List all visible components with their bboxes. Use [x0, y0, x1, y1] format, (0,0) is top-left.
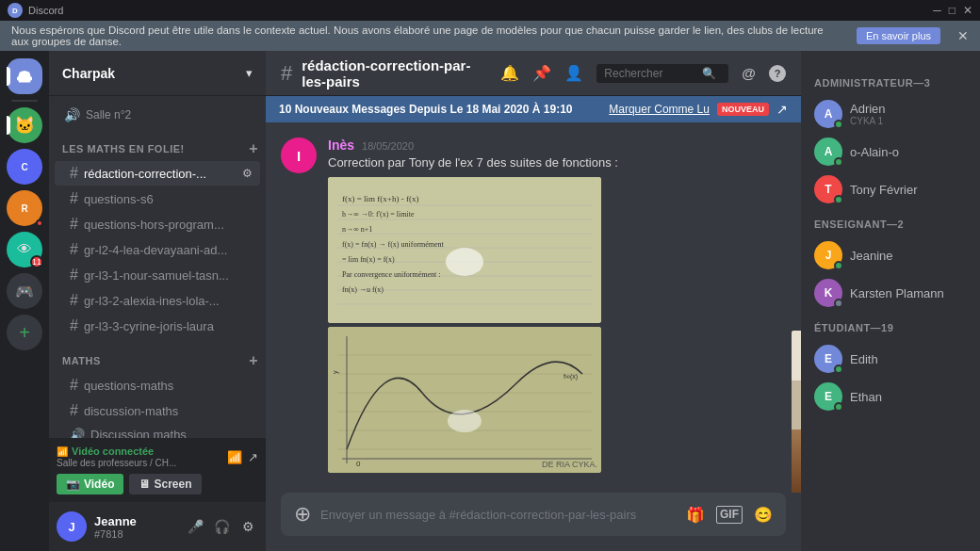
user-avatar: J: [57, 511, 87, 542]
member-status-ethan: [834, 402, 843, 412]
member-name-jeanine: Jeanine: [850, 249, 893, 263]
video-buttons-container: 📷 Vidéo 🖥 Screen: [57, 474, 258, 494]
search-bar: 🔍: [596, 64, 728, 83]
voice-signal-icon[interactable]: 📶: [227, 450, 242, 464]
hash-icon-9: #: [70, 402, 78, 419]
mute-button[interactable]: 🎤: [185, 516, 205, 537]
server-list: 🐱 C R 👁 11 🎮 +: [0, 51, 49, 551]
member-ethan[interactable]: E Ethan: [808, 379, 972, 414]
members-icon[interactable]: 👤: [564, 64, 583, 82]
maths-category-add-icon[interactable]: +: [249, 352, 258, 369]
channel-name-salle2: Salle n°2: [86, 108, 131, 122]
channel-item-gr-l3-2[interactable]: # gr-l3-2-alexia-ines-lola-...: [55, 288, 260, 313]
member-status-adrien: [834, 120, 843, 129]
channel-item-questions-s6[interactable]: # questions-s6: [55, 186, 260, 211]
member-alain[interactable]: A o-Alain-o: [808, 134, 972, 170]
user-settings-button[interactable]: ⚙: [237, 516, 258, 537]
category-maths[interactable]: MATHS +: [49, 339, 266, 373]
maximize-btn[interactable]: □: [949, 4, 956, 17]
channel-name-gr-l2: gr-l2-4-lea-devayaani-ad...: [84, 243, 253, 257]
app-title: Discord: [28, 5, 63, 16]
video-button[interactable]: 📷 Vidéo: [57, 474, 123, 494]
screen-btn-label: Screen: [154, 478, 191, 491]
titlebar-controls: ─ □ ✕: [933, 4, 972, 17]
emoji-icon[interactable]: 😊: [754, 506, 773, 524]
channel-item-gr-l3-3[interactable]: # gr-l3-3-cyrine-joris-laura: [55, 314, 260, 338]
deafen-button[interactable]: 🎧: [211, 516, 232, 537]
admin-category-label: ADMINISTRATEUR—3: [808, 77, 972, 89]
member-name-ethan: Ethan: [850, 390, 882, 404]
close-btn[interactable]: ✕: [963, 4, 972, 17]
svg-text:= lim fn(x) = f(x): = lim fn(x) = f(x): [342, 255, 395, 264]
message-image-1: f(x) = lim f(x+h) - f(x) h→∞ →0: f'(x) =…: [328, 177, 601, 323]
svg-text:n→∞    n+1: n→∞ n+1: [342, 225, 372, 234]
member-karsten[interactable]: K Karsten Plamann: [808, 275, 972, 311]
member-edith[interactable]: E Edith: [808, 341, 972, 377]
banner-text: Nous espérons que Discord peut être util…: [11, 24, 841, 47]
message-images: f(x) = lim f(x+h) - f(x) h→∞ →0: f'(x) =…: [328, 177, 786, 473]
screen-button[interactable]: 🖥 Screen: [129, 474, 201, 494]
message-icons: 🎁 GIF 😊: [686, 506, 773, 524]
channel-name-redaction: rédaction-correction-...: [84, 167, 237, 181]
channel-header-name: rédaction-correction-par-les-pairs: [302, 57, 491, 89]
server-icon-2[interactable]: C: [7, 149, 42, 185]
settings-icon[interactable]: ⚙: [242, 167, 253, 180]
add-server-button[interactable]: +: [7, 315, 42, 350]
connected-status: 📶 Vidéo connectée: [57, 446, 176, 457]
user-discriminator: #7818: [94, 528, 177, 540]
channel-item-gr-l3-1[interactable]: # gr-l3-1-nour-samuel-tasn...: [55, 263, 260, 287]
channel-item-salle-2[interactable]: 🔊 Salle n°2: [55, 104, 260, 126]
hash-icon-2: #: [70, 190, 78, 207]
message-image-2: 0 f∞(x) y DE RIA CYKA.: [328, 327, 601, 473]
banner-link-button[interactable]: En savoir plus: [857, 27, 940, 44]
member-avatar-alain: A: [814, 138, 842, 166]
svg-text:f∞(x): f∞(x): [564, 373, 578, 381]
message-content: Inès 18/05/2020 Correction par Tony de l…: [328, 138, 786, 473]
jump-icon[interactable]: ↗: [776, 102, 788, 117]
message-input-box: ⊕ 🎁 GIF 😊: [281, 493, 786, 536]
channel-item-voice-discussion[interactable]: 🔊 Discussion maths: [55, 424, 260, 438]
channel-item-questions-maths[interactable]: # questions-maths: [55, 373, 260, 397]
member-status-alain: [834, 157, 843, 167]
help-icon[interactable]: ?: [769, 65, 786, 82]
channel-item-questions-hors[interactable]: # questions-hors-program...: [55, 212, 260, 236]
banner-close-icon[interactable]: ✕: [957, 28, 969, 43]
member-status-karsten: [834, 299, 843, 308]
voice-expand-icon[interactable]: ↗: [248, 450, 258, 464]
username: Jeanne: [94, 514, 177, 528]
messages-area: I Inès 18/05/2020 Correction par Tony de…: [266, 122, 801, 493]
channel-item-redaction[interactable]: # rédaction-correction-... ⚙: [55, 161, 260, 186]
member-adrien[interactable]: A Adrien CYKA 1: [808, 96, 972, 132]
server-header[interactable]: Charpak ▾: [49, 51, 266, 96]
attach-icon[interactable]: ⊕: [294, 502, 311, 527]
channel-item-discussion-maths[interactable]: # discussion-maths: [55, 398, 260, 423]
pin-icon[interactable]: 📌: [532, 64, 551, 82]
gif-icon[interactable]: GIF: [716, 506, 743, 524]
gift-icon[interactable]: 🎁: [686, 506, 705, 524]
mark-read-button[interactable]: Marquer Comme Lu: [609, 103, 710, 116]
server-icon-1[interactable]: 🐱: [7, 107, 42, 143]
member-status-tony: [834, 195, 843, 204]
search-input[interactable]: [604, 67, 698, 80]
member-name-adrien: Adrien: [850, 102, 967, 116]
message-input[interactable]: [320, 508, 677, 522]
member-name-tony: Tony Février: [850, 183, 918, 197]
at-icon[interactable]: @: [742, 65, 756, 81]
channel-header: # rédaction-correction-par-les-pairs 🔔 📌…: [266, 51, 801, 96]
message-timestamp: 18/05/2020: [362, 140, 414, 152]
message-header: Inès 18/05/2020: [328, 138, 786, 153]
channel-item-gr-l2[interactable]: # gr-l2-4-lea-devayaani-ad...: [55, 237, 260, 262]
category-maths-folie[interactable]: LES MATHS EN FOLIE! +: [49, 127, 266, 161]
channel-name-discussion-maths: discussion-maths: [84, 404, 253, 418]
new-messages-text: 10 Nouveaux Messages Depuis Le 18 Mai 20…: [279, 103, 573, 116]
server-icon-5[interactable]: 🎮: [7, 273, 42, 309]
member-tony[interactable]: T Tony Février: [808, 171, 972, 207]
server-icon-home[interactable]: [7, 58, 42, 94]
notification-icon[interactable]: 🔔: [500, 64, 519, 82]
screen-icon: 🖥: [139, 478, 150, 491]
category-add-icon[interactable]: +: [249, 140, 258, 157]
member-jeanine[interactable]: J Jeanine: [808, 237, 972, 273]
hash-icon: #: [70, 165, 78, 182]
channel-list: 🔊 Salle n°2 LES MATHS EN FOLIE! + # réda…: [49, 96, 266, 438]
minimize-btn[interactable]: ─: [933, 4, 941, 17]
